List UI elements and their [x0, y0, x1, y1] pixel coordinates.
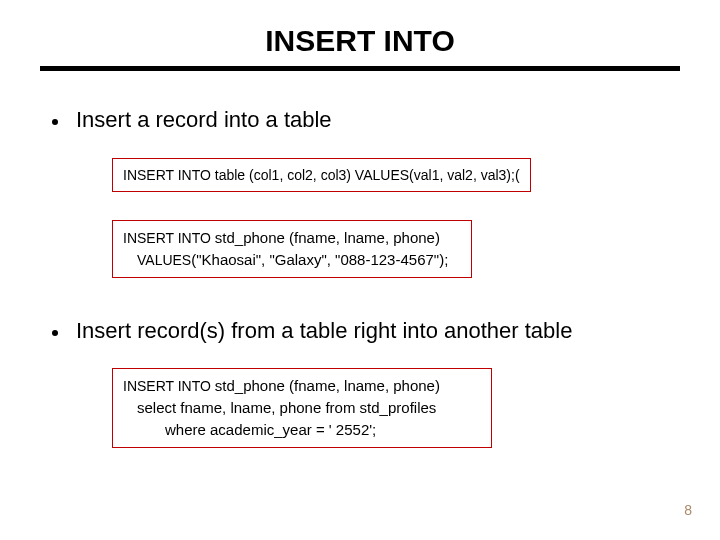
code-box-syntax: INSERT INTO table (col1, col2, col3) VAL…	[112, 158, 531, 192]
code-text: std_phone (fname, lname, phone)	[215, 377, 440, 394]
code-text: std_phone (fname, lname, phone)	[215, 229, 440, 246]
bullet-1-text: Insert a record into a table	[76, 105, 332, 136]
code-text: ("Khaosai", "Galaxy", "088-123-4567");	[191, 251, 448, 268]
bullet-2: Insert record(s) from a table right into…	[52, 316, 680, 347]
bullet-dot-icon	[52, 119, 58, 125]
code-line: select fname, lname, phone from std_prof…	[123, 397, 481, 419]
title-block: INSERT INTO	[40, 20, 680, 71]
bullet-dot-icon	[52, 330, 58, 336]
bullet-1: Insert a record into a table	[52, 105, 680, 136]
code-syntax-text: INSERT INTO table (col1, col2, col3) VAL…	[123, 165, 520, 185]
content: Insert a record into a table INSERT INTO…	[40, 71, 680, 466]
slide-title: INSERT INTO	[265, 20, 454, 64]
code-line: INSERT INTO std_phone (fname, lname, pho…	[123, 227, 461, 249]
code-box-example-1: INSERT INTO std_phone (fname, lname, pho…	[112, 220, 472, 278]
code-line: VALUES("Khaosai", "Galaxy", "088-123-456…	[123, 249, 461, 271]
code-line: INSERT INTO std_phone (fname, lname, pho…	[123, 375, 481, 397]
slide: INSERT INTO Insert a record into a table…	[0, 0, 720, 540]
bullet-2-text: Insert record(s) from a table right into…	[76, 316, 572, 347]
keyword: INSERT INTO	[123, 378, 215, 394]
code-line: where academic_year = ' 2552';	[123, 419, 481, 441]
page-number: 8	[684, 502, 692, 518]
keyword: VALUES	[137, 252, 191, 268]
keyword: INSERT INTO	[123, 230, 215, 246]
code-box-example-2: INSERT INTO std_phone (fname, lname, pho…	[112, 368, 492, 447]
